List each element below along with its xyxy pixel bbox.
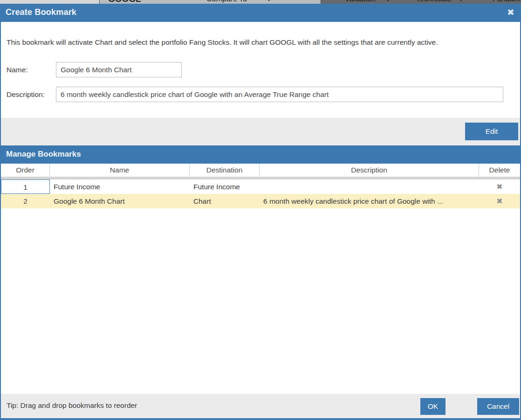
background-page-sliver: GOOGLCompare To▼Valuation▼Technicals▼Fun… <box>0 0 521 4</box>
reorder-tip-text: Tip: Drag and drop bookmarks to reorder <box>7 401 137 410</box>
delete-icon[interactable]: ✖ <box>479 194 520 208</box>
background-text: ▼ <box>386 0 391 2</box>
name-cell: Google 6 Month Chart <box>50 194 190 208</box>
name-input[interactable] <box>56 62 182 77</box>
column-header-name: Name <box>50 164 190 177</box>
description-label: Description: <box>7 90 45 99</box>
edit-toolbar: Edit <box>1 118 520 145</box>
background-text: ▼ <box>459 0 463 2</box>
bookmark-intro-text: This bookmark will activate Chart and se… <box>7 38 514 47</box>
bookmark-row[interactable]: 1 Future Income Future Income ✖ <box>1 179 520 194</box>
description-cell <box>260 179 479 194</box>
dialog-title: Create Bookmark <box>6 7 76 17</box>
background-text: ▼ <box>267 0 271 2</box>
close-icon[interactable]: ✖ <box>507 7 514 18</box>
dialog-title-bar: Create Bookmark ✖ <box>1 4 520 22</box>
background-text: Valuation <box>345 0 376 3</box>
destination-cell: Future Income <box>190 179 260 194</box>
background-text: Technicals <box>416 0 451 3</box>
column-header-order: Order <box>1 164 50 177</box>
bookmark-row[interactable]: 2 Google 6 Month Chart Chart 6 month wee… <box>1 194 520 208</box>
delete-icon[interactable]: ✖ <box>479 179 520 194</box>
background-text: Compare To <box>206 0 247 3</box>
order-cell[interactable]: 1 <box>1 179 50 194</box>
bookmarks-table-body: 1 Future Income Future Income ✖ 2 Google… <box>1 179 520 208</box>
edit-button[interactable]: Edit <box>465 123 518 140</box>
background-text: Fundamenta <box>493 0 521 3</box>
cancel-button[interactable]: Cancel <box>477 398 519 415</box>
ok-button[interactable]: OK <box>420 398 446 415</box>
column-header-description: Description <box>260 164 479 177</box>
destination-cell: Chart <box>190 194 260 208</box>
manage-bookmarks-header: Manage Bookmarks <box>1 145 520 164</box>
order-cell[interactable]: 2 <box>1 194 50 208</box>
description-input[interactable] <box>56 87 503 102</box>
name-label: Name: <box>7 66 28 74</box>
background-panel-left <box>0 0 100 4</box>
background-text: GOOGL <box>108 0 141 4</box>
column-header-destination: Destination <box>190 164 260 177</box>
create-bookmark-dialog: Create Bookmark ✖ This bookmark will act… <box>0 4 521 420</box>
bookmarks-table-header: Order Name Destination Description Delet… <box>1 164 520 177</box>
manage-bookmarks-title: Manage Bookmarks <box>6 150 81 159</box>
name-cell: Future Income <box>50 179 190 194</box>
dialog-footer: Tip: Drag and drop bookmarks to reorder … <box>1 394 520 418</box>
column-header-delete: Delete <box>479 164 520 177</box>
description-cell: 6 month weekly candlestick price chart o… <box>260 194 479 208</box>
